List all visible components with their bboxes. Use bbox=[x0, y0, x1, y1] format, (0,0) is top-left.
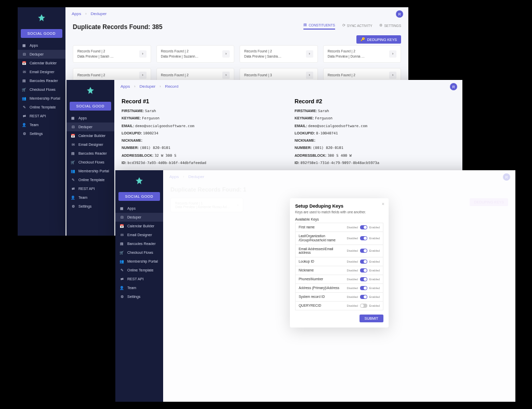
avatar[interactable]: R bbox=[450, 83, 457, 90]
key-row: NicknameDisabledEnabled bbox=[295, 266, 383, 275]
key-name: Phones\Number bbox=[299, 277, 323, 281]
key-toggle[interactable] bbox=[360, 225, 367, 229]
crumb-deduper[interactable]: Deduper bbox=[91, 11, 107, 16]
sidebar-item-rest-api[interactable]: ⇄REST API bbox=[115, 275, 163, 283]
deduping-keys-button[interactable]: 🔑DEDUPING KEYS bbox=[356, 35, 401, 44]
sidebar-item-rest-api[interactable]: ⇄REST API bbox=[66, 184, 114, 193]
brand-badge[interactable]: SOCIAL GOOD bbox=[118, 192, 160, 201]
sidebar-item-label: Online Template bbox=[127, 268, 153, 272]
brand-badge[interactable]: SOCIAL GOOD bbox=[21, 29, 62, 38]
gear-icon: ⚙ bbox=[379, 23, 382, 28]
label-enabled: Enabled bbox=[369, 304, 380, 307]
label-disabled: Disabled bbox=[347, 249, 357, 252]
sidebar-item-membership-portal[interactable]: 👥Membership Portal bbox=[18, 94, 65, 103]
sidebar-item-calendar-builder[interactable]: 📅Calendar Builder bbox=[115, 222, 163, 230]
key-name: First name bbox=[299, 225, 315, 229]
card-data-preview: Data Preview | Donna … bbox=[328, 54, 365, 59]
crumb-record[interactable]: Record bbox=[165, 84, 179, 89]
crumb-apps[interactable]: Apps bbox=[121, 84, 130, 89]
tab-constituents[interactable]: ▤CONSTITUENTS bbox=[303, 23, 335, 30]
key-name: System record ID bbox=[299, 295, 325, 299]
duplicate-card[interactable]: Records Found | 2Data Preview | Sandra…› bbox=[240, 45, 318, 63]
sidebar-item-checkout-flows[interactable]: 🛒Checkout Flows bbox=[115, 248, 163, 257]
record-field-lookupid: LOOKUPID: 8-10040741 bbox=[295, 130, 455, 137]
key-toggle[interactable] bbox=[360, 236, 367, 240]
sidebar-item-online-template[interactable]: ✎Online Template bbox=[115, 266, 163, 275]
card-records-count: Records Found | 2 bbox=[161, 49, 199, 54]
sidebar-item-membership-portal[interactable]: 👥Membership Portal bbox=[66, 167, 114, 175]
sidebar-item-label: REST API bbox=[78, 187, 95, 190]
record-field-number: NUMBER: (801) 820-0101 bbox=[122, 144, 282, 152]
chevron-right-icon: › bbox=[159, 85, 161, 88]
key-toggle[interactable] bbox=[360, 260, 367, 264]
sidebar-item-email-designer[interactable]: ✉Email Designer bbox=[115, 230, 163, 239]
sidebar-item-settings[interactable]: ⚙Settings bbox=[66, 202, 114, 211]
sidebar-item-barcodes-reader[interactable]: ▤Barcodes Reader bbox=[115, 239, 163, 248]
online-template-icon: ✎ bbox=[119, 268, 124, 272]
sidebar-item-label: Online Template bbox=[78, 178, 104, 182]
sidebar-item-checkout-flows[interactable]: 🛒Checkout Flows bbox=[18, 85, 65, 94]
key-row: Email Addresses\Email addressDisabledEna… bbox=[295, 245, 383, 258]
sidebar-item-online-template[interactable]: ✎Online Template bbox=[66, 175, 114, 184]
duplicate-card[interactable]: Records Found | 2Data Preview | Suzann…› bbox=[156, 45, 235, 63]
avatar[interactable]: R bbox=[396, 10, 403, 18]
key-toggle[interactable] bbox=[360, 277, 367, 281]
record-title: Record #1 bbox=[122, 98, 282, 104]
sidebar-item-settings[interactable]: ⚙Settings bbox=[115, 292, 163, 301]
card-records-count: Records Found | 2 bbox=[77, 49, 114, 54]
crumb-deduper[interactable]: Deduper bbox=[140, 84, 156, 89]
key-toggle[interactable] bbox=[360, 286, 367, 290]
sidebar-item-barcodes-reader[interactable]: ▤Barcodes Reader bbox=[18, 76, 65, 85]
sidebar-item-team[interactable]: 👤Team bbox=[18, 120, 65, 129]
modal-title: Setup Deduping Keys bbox=[295, 203, 383, 209]
sidebar-item-email-designer[interactable]: ✉Email Designer bbox=[66, 140, 114, 149]
sidebar-item-team[interactable]: 👤Team bbox=[66, 193, 114, 202]
tab-sync-activity[interactable]: ⟳SYNC ACTIVITY bbox=[342, 23, 373, 30]
sidebar-item-email-designer[interactable]: ✉Email Designer bbox=[18, 67, 65, 76]
sidebar-item-label: Email Designer bbox=[78, 143, 103, 146]
crumb-apps[interactable]: Apps bbox=[72, 11, 81, 16]
key-toggle[interactable] bbox=[360, 249, 367, 253]
duplicate-card[interactable]: Records Found | 2Data Preview | Donna …› bbox=[323, 45, 402, 63]
chevron-right-icon: › bbox=[139, 72, 147, 79]
sidebar-item-calendar-builder[interactable]: 📅Calendar Builder bbox=[66, 131, 114, 140]
key-toggle[interactable] bbox=[360, 295, 367, 299]
key-row: First nameDisabledEnabled bbox=[295, 223, 383, 232]
deduper-icon: ⊟ bbox=[119, 215, 124, 220]
checkout-flows-icon: 🛒 bbox=[71, 160, 75, 165]
sidebar-item-apps[interactable]: ▦Apps bbox=[115, 204, 163, 213]
sidebar-item-deduper[interactable]: ⊟Deduper bbox=[18, 50, 65, 59]
sidebar-item-label: Apps bbox=[78, 116, 87, 120]
sidebar-item-deduper[interactable]: ⊟Deduper bbox=[115, 213, 163, 222]
sidebar-item-label: Team bbox=[30, 123, 38, 127]
close-icon[interactable]: × bbox=[382, 201, 384, 207]
sidebar-item-rest-api[interactable]: ⇄REST API bbox=[18, 112, 65, 120]
sidebar-item-barcodes-reader[interactable]: ▤Barcodes Reader bbox=[66, 149, 114, 158]
sidebar-item-team[interactable]: 👤Team bbox=[115, 283, 163, 292]
sidebar-item-membership-portal[interactable]: 👥Membership Portal bbox=[115, 257, 163, 266]
record-field-addressblock: ADDRESSBLOCK: 300 S 400 W bbox=[295, 152, 455, 159]
key-row: QUERYRECIDDisabledEnabled bbox=[295, 302, 383, 310]
key-toggle[interactable] bbox=[360, 304, 367, 308]
submit-button[interactable]: SUBMIT bbox=[360, 315, 383, 322]
label-disabled: Disabled bbox=[347, 304, 357, 307]
logo bbox=[18, 7, 65, 29]
duplicate-card[interactable]: Records Found | 2Data Preview | Sarah …› bbox=[73, 45, 151, 63]
sidebar-item-label: Membership Portal bbox=[78, 169, 109, 173]
sidebar: SOCIAL GOOD ▦Apps⊟Deduper📅Calendar Build… bbox=[66, 80, 114, 236]
key-toggle[interactable] bbox=[360, 268, 367, 272]
sidebar-item-online-template[interactable]: ✎Online Template bbox=[18, 103, 65, 112]
brand-badge[interactable]: SOCIAL GOOD bbox=[70, 102, 111, 111]
sidebar-item-settings[interactable]: ⚙Settings bbox=[18, 129, 65, 138]
sidebar-item-deduper[interactable]: ⊟Deduper bbox=[66, 122, 114, 131]
sidebar-item-apps[interactable]: ▦Apps bbox=[66, 114, 114, 122]
tab-settings[interactable]: ⚙SETTINGS bbox=[379, 23, 401, 30]
label-enabled: Enabled bbox=[369, 287, 380, 290]
sidebar-item-calendar-builder[interactable]: 📅Calendar Builder bbox=[18, 59, 65, 67]
label-disabled: Disabled bbox=[347, 287, 357, 290]
sidebar-item-apps[interactable]: ▦Apps bbox=[18, 41, 65, 50]
settings-icon: ⚙ bbox=[119, 294, 124, 299]
email-designer-icon: ✉ bbox=[119, 233, 124, 237]
sidebar-item-checkout-flows[interactable]: 🛒Checkout Flows bbox=[66, 158, 114, 167]
sidebar-item-label: Membership Portal bbox=[30, 97, 60, 100]
